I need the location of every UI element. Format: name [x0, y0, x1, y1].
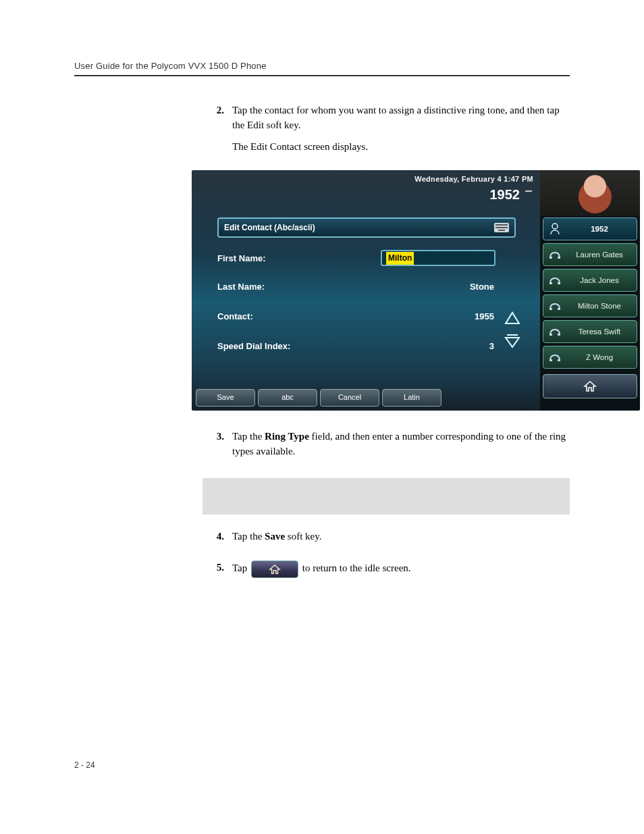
speed-dial-item-2-label: Jack Jones [566, 275, 633, 286]
step-2: 2. Tap the contact for whom you want to … [203, 103, 570, 161]
step-4-body: Tap the Save soft key. [232, 529, 570, 551]
step-5-body: Tap to return to the idle screen. [232, 561, 570, 585]
svg-rect-7 [549, 308, 552, 310]
svg-rect-8 [558, 308, 560, 310]
phone-icon [547, 276, 562, 285]
svg-point-2 [552, 224, 558, 229]
svg-rect-12 [558, 359, 560, 361]
status-bar-extension: 1952 [490, 185, 520, 205]
softkey-cancel[interactable]: Cancel [320, 389, 379, 407]
first-name-label: First Name: [217, 253, 266, 265]
speed-dial-self[interactable]: 1952 [543, 217, 637, 240]
softkey-latin[interactable]: Latin [382, 389, 441, 407]
step-4-number: 4. [203, 529, 232, 551]
svg-rect-6 [558, 282, 560, 284]
phone-icon [547, 301, 562, 311]
step-3: 3. Tap the Ring Type field, and then ent… [203, 429, 570, 466]
phone-icon [547, 353, 562, 362]
speed-dial-item-5[interactable]: Z Wong [543, 346, 637, 369]
home-icon [269, 564, 281, 575]
svg-rect-11 [549, 359, 552, 361]
step-3-prefix: Tap the [232, 431, 265, 442]
step-4-text: Tap the Save soft key. [232, 529, 570, 544]
svg-marker-1 [506, 338, 519, 347]
step-3-number: 3. [203, 429, 232, 466]
step-4-bold: Save [265, 531, 285, 542]
step-5-suffix: to return to the idle screen. [302, 563, 411, 573]
svg-rect-5 [549, 282, 552, 284]
phone-icon [547, 250, 562, 259]
step-5-number: 5. [203, 561, 232, 585]
step-3-bold: Ring Type [265, 431, 309, 442]
step-2-text-2: The Edit Contact screen displays. [232, 140, 570, 155]
person-icon [547, 223, 562, 235]
speed-dial-item-5-label: Z Wong [566, 352, 633, 363]
contact-value: 1955 [475, 311, 494, 323]
first-name-input[interactable]: Milton [381, 250, 495, 266]
last-name-label: Last Name: [217, 281, 265, 294]
speed-dial-label: Speed Dial Index: [217, 340, 290, 353]
softkey-bar: Save abc Cancel Latin [196, 389, 441, 407]
svg-rect-9 [549, 334, 552, 336]
softkey-save[interactable]: Save [196, 389, 255, 407]
field-last-name: Last Name: Stone [217, 281, 494, 294]
speed-dial-item-4[interactable]: Teresa Swift [543, 320, 637, 343]
step-3-text: Tap the Ring Type field, and then enter … [232, 429, 570, 459]
home-icon [583, 380, 597, 392]
scroll-up-icon[interactable] [502, 309, 522, 327]
status-bar-tick [525, 190, 532, 192]
speed-dial-self-label: 1952 [566, 224, 633, 235]
speed-dial-item-1[interactable]: Lauren Gates [543, 243, 637, 266]
speed-dial-value: 3 [489, 340, 494, 353]
svg-rect-3 [549, 257, 552, 259]
note-placeholder [203, 478, 570, 515]
phone-icon [547, 327, 562, 336]
speed-dial-item-1-label: Lauren Gates [566, 249, 633, 261]
step-2-number: 2. [203, 103, 232, 161]
step-4-suffix: soft key. [285, 531, 321, 542]
scroll-down-icon[interactable] [502, 332, 522, 350]
field-contact: Contact: 1955 [217, 311, 494, 323]
step-2-text-1: Tap the contact for whom you want to ass… [232, 103, 570, 133]
step-4-prefix: Tap the [232, 531, 265, 542]
step-5: 5. Tap to return to the idle screen. [203, 561, 570, 585]
last-name-value: Stone [470, 281, 494, 294]
step-2-body: Tap the contact for whom you want to ass… [232, 103, 570, 161]
content-column: 2. Tap the contact for whom you want to … [203, 103, 570, 585]
keyboard-icon[interactable] [494, 223, 509, 232]
contact-avatar [540, 170, 640, 216]
field-speed-dial: Speed Dial Index: 3 [217, 340, 494, 353]
svg-rect-10 [558, 334, 560, 336]
speed-dial-item-3[interactable]: Milton Stone [543, 294, 637, 317]
edit-contact-title-bar: Edit Contact (Abc/ascii) [217, 217, 516, 238]
svg-rect-4 [558, 257, 560, 259]
speed-dial-list: 1952 Lauren Gates Jack Jones [543, 217, 637, 398]
softkey-abc[interactable]: abc [258, 389, 317, 407]
step-4: 4. Tap the Save soft key. [203, 529, 570, 551]
speed-dial-item-4-label: Teresa Swift [566, 326, 633, 338]
first-name-value: Milton [386, 252, 414, 265]
status-bar-datetime: Wednesday, February 4 1:47 PM [414, 174, 533, 185]
contact-label: Contact: [217, 311, 253, 323]
svg-marker-0 [506, 313, 519, 323]
step-5-prefix: Tap [232, 563, 250, 573]
step-3-body: Tap the Ring Type field, and then enter … [232, 429, 570, 466]
edit-contact-screenshot: Wednesday, February 4 1:47 PM 1952 Edit … [192, 170, 640, 411]
home-button[interactable] [543, 374, 637, 398]
step-5-text: Tap to return to the idle screen. [232, 561, 570, 578]
speed-dial-item-3-label: Milton Stone [566, 301, 633, 312]
header-rule [74, 75, 570, 76]
running-header: User Guide for the Polycom VVX 1500 D Ph… [74, 61, 570, 71]
inline-home-button[interactable] [251, 561, 298, 578]
speed-dial-item-2[interactable]: Jack Jones [543, 269, 637, 292]
page-number: 2 - 24 [74, 760, 95, 770]
edit-contact-title: Edit Contact (Abc/ascii) [224, 222, 494, 234]
